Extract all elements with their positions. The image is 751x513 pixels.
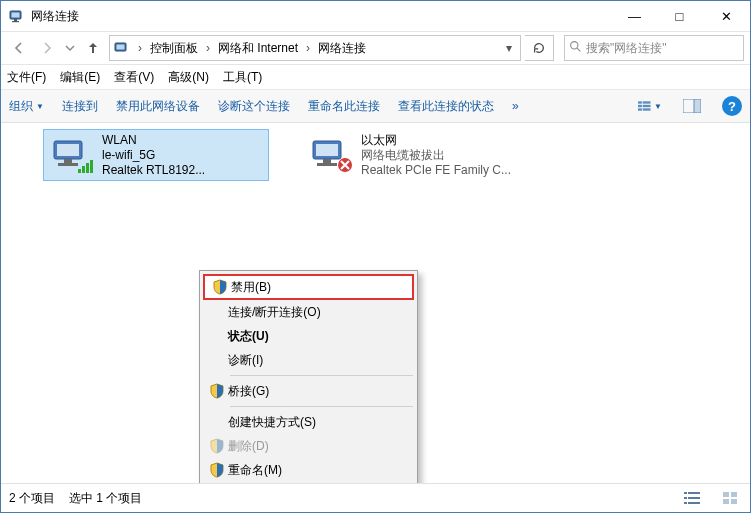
status-bar: 2 个项目 选中 1 个项目 xyxy=(1,483,750,512)
ctx-delete: 删除(D) xyxy=(202,434,415,458)
svg-rect-13 xyxy=(643,108,651,110)
up-button[interactable] xyxy=(81,36,105,60)
svg-rect-10 xyxy=(638,105,642,107)
svg-rect-34 xyxy=(684,497,687,499)
svg-rect-9 xyxy=(643,101,651,103)
connection-item-ethernet[interactable]: 以太网 网络电缆被拔出 Realtek PCIe FE Family C... xyxy=(303,129,529,181)
svg-rect-39 xyxy=(731,492,737,497)
svg-rect-40 xyxy=(723,499,729,504)
close-button[interactable]: ✕ xyxy=(702,1,750,31)
ctx-separator xyxy=(230,406,413,407)
cmd-view-status[interactable]: 查看此连接的状态 xyxy=(398,98,494,115)
svg-rect-22 xyxy=(82,166,85,173)
svg-rect-23 xyxy=(86,163,89,173)
breadcrumb-network-connections[interactable]: 网络连接 xyxy=(316,40,368,57)
preview-pane-button[interactable] xyxy=(680,95,704,117)
maximize-button[interactable]: □ xyxy=(657,1,702,31)
view-layout-button[interactable]: ▼ xyxy=(638,95,662,117)
address-box[interactable]: › 控制面板 › 网络和 Internet › 网络连接 ▾ xyxy=(109,35,521,61)
svg-rect-19 xyxy=(64,159,72,163)
wlan-adapter-icon xyxy=(48,135,96,175)
svg-rect-1 xyxy=(12,13,20,18)
search-box[interactable]: 搜索"网络连接" xyxy=(564,35,744,61)
cmd-more[interactable]: » xyxy=(512,99,519,113)
svg-rect-38 xyxy=(723,492,729,497)
network-connections-window: 网络连接 ― □ ✕ › 控制面板 › 网 xyxy=(0,0,751,513)
shield-icon xyxy=(206,383,228,399)
wlan-ssid: le-wifi_5G xyxy=(102,148,205,163)
svg-rect-41 xyxy=(731,499,737,504)
svg-rect-35 xyxy=(688,497,700,499)
menu-advanced[interactable]: 高级(N) xyxy=(168,69,209,86)
svg-rect-26 xyxy=(316,144,338,156)
svg-rect-27 xyxy=(323,159,331,163)
chevron-right-icon[interactable]: › xyxy=(304,41,312,55)
ctx-rename[interactable]: 重命名(M) xyxy=(202,458,415,482)
svg-rect-15 xyxy=(694,99,701,113)
context-menu: 禁用(B) 连接/断开连接(O) 状态(U) 诊断(I) 桥接(G) xyxy=(199,270,418,483)
svg-rect-28 xyxy=(317,163,337,166)
menu-bar: 文件(F) 编辑(E) 查看(V) 高级(N) 工具(T) xyxy=(1,65,750,90)
ethernet-name: 以太网 xyxy=(361,133,511,148)
shield-icon xyxy=(206,462,228,478)
status-selection: 选中 1 个项目 xyxy=(69,490,142,507)
address-dropdown-button[interactable]: ▾ xyxy=(500,41,518,55)
wlan-name: WLAN xyxy=(102,133,205,148)
svg-point-6 xyxy=(571,42,578,49)
help-button[interactable]: ? xyxy=(722,96,742,116)
svg-rect-8 xyxy=(638,101,642,103)
shield-icon xyxy=(206,438,228,454)
content-area[interactable]: WLAN le-wifi_5G Realtek RTL8192... xyxy=(1,123,750,483)
svg-rect-33 xyxy=(688,492,700,494)
chevron-right-icon[interactable]: › xyxy=(204,41,212,55)
ctx-connect-disconnect[interactable]: 连接/断开连接(O) xyxy=(202,300,415,324)
ctx-diagnose[interactable]: 诊断(I) xyxy=(202,348,415,372)
address-bar-row: › 控制面板 › 网络和 Internet › 网络连接 ▾ 搜索"网络连接" xyxy=(1,31,750,65)
breadcrumb-network-internet[interactable]: 网络和 Internet xyxy=(216,40,300,57)
shield-icon xyxy=(209,279,231,295)
cmd-disable-device[interactable]: 禁用此网络设备 xyxy=(116,98,200,115)
svg-rect-21 xyxy=(78,169,81,173)
ethernet-adapter-icon xyxy=(307,135,355,175)
recent-locations-button[interactable] xyxy=(63,36,77,60)
details-view-button[interactable] xyxy=(680,488,704,508)
location-icon xyxy=(114,40,130,56)
menu-file[interactable]: 文件(F) xyxy=(7,69,46,86)
cmd-connect-to[interactable]: 连接到 xyxy=(62,98,98,115)
menu-edit[interactable]: 编辑(E) xyxy=(60,69,100,86)
svg-rect-37 xyxy=(688,502,700,504)
menu-tools[interactable]: 工具(T) xyxy=(223,69,262,86)
window-title: 网络连接 xyxy=(31,8,79,25)
ctx-bridge[interactable]: 桥接(G) xyxy=(202,379,415,403)
forward-button[interactable] xyxy=(35,36,59,60)
ctx-disable[interactable]: 禁用(B) xyxy=(203,274,414,300)
ethernet-status: 网络电缆被拔出 xyxy=(361,148,511,163)
ctx-create-shortcut[interactable]: 创建快捷方式(S) xyxy=(202,410,415,434)
svg-line-7 xyxy=(577,48,580,51)
large-icons-view-button[interactable] xyxy=(718,488,742,508)
refresh-button[interactable] xyxy=(525,35,554,61)
back-button[interactable] xyxy=(7,36,31,60)
cmd-organize[interactable]: 组织▼ xyxy=(9,98,44,115)
app-icon xyxy=(9,8,25,24)
search-icon xyxy=(569,40,582,56)
cmd-diagnose[interactable]: 诊断这个连接 xyxy=(218,98,290,115)
svg-rect-3 xyxy=(12,21,19,22)
svg-rect-24 xyxy=(90,160,93,173)
title-bar: 网络连接 ― □ ✕ xyxy=(1,1,750,31)
ctx-status[interactable]: 状态(U) xyxy=(202,324,415,348)
svg-rect-20 xyxy=(58,163,78,166)
connection-item-wlan[interactable]: WLAN le-wifi_5G Realtek RTL8192... xyxy=(43,129,269,181)
svg-rect-2 xyxy=(14,19,17,21)
breadcrumb-control-panel[interactable]: 控制面板 xyxy=(148,40,200,57)
cmd-rename[interactable]: 重命名此连接 xyxy=(308,98,380,115)
search-placeholder: 搜索"网络连接" xyxy=(586,40,667,57)
ctx-separator xyxy=(230,375,413,376)
svg-rect-12 xyxy=(638,108,642,110)
status-item-count: 2 个项目 xyxy=(9,490,55,507)
minimize-button[interactable]: ― xyxy=(612,1,657,31)
chevron-right-icon[interactable]: › xyxy=(136,41,144,55)
wlan-adapter: Realtek RTL8192... xyxy=(102,163,205,178)
menu-view[interactable]: 查看(V) xyxy=(114,69,154,86)
command-bar: 组织▼ 连接到 禁用此网络设备 诊断这个连接 重命名此连接 查看此连接的状态 »… xyxy=(1,90,750,123)
